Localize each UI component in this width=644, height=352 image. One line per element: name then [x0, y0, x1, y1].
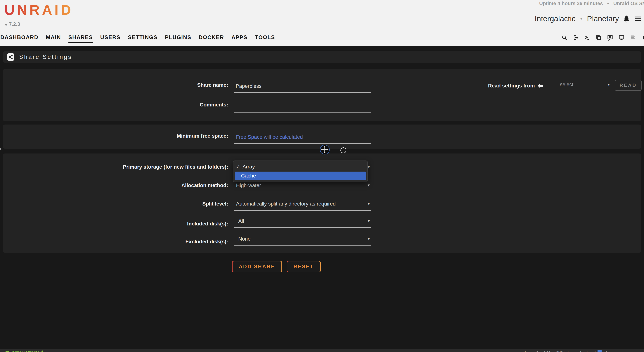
- content-area: Share Settings Share name: Comments: Rea…: [0, 46, 644, 349]
- check-icon: ✓: [236, 164, 240, 170]
- footer-brand-icon: [598, 350, 602, 352]
- read-settings-select[interactable]: select... ▼: [558, 80, 612, 90]
- share-icon[interactable]: [7, 53, 14, 61]
- nav-apps[interactable]: APPS: [232, 34, 248, 42]
- nav-docker[interactable]: DOCKER: [198, 34, 224, 42]
- min-free-space-label: Minimum free space:: [177, 133, 228, 139]
- separator-dot: •: [607, 1, 609, 6]
- server-identity: Intergalactic • Planetary: [535, 14, 642, 23]
- help-icon[interactable]: [642, 35, 644, 40]
- field-underline: [234, 227, 371, 228]
- version-number: 7.2.3: [9, 22, 20, 27]
- version-icon: ●: [5, 22, 8, 26]
- excluded-disks-select[interactable]: None: [238, 236, 251, 242]
- terminal-icon[interactable]: [584, 35, 590, 40]
- notifications-bell-icon[interactable]: [622, 15, 630, 23]
- nav-items: DASHBOARD MAIN SHARES USERS SETTINGS PLU…: [0, 34, 275, 43]
- move-cursor-icon: [320, 144, 330, 155]
- allocation-method-label: Allocation method:: [181, 182, 228, 188]
- logout-icon[interactable]: [573, 35, 579, 40]
- excluded-disks-label: Excluded disk(s):: [185, 239, 228, 245]
- server-profile: Planetary: [587, 14, 619, 23]
- uptime-text: Uptime 4 hours 36 minutes: [539, 1, 603, 6]
- comments-input[interactable]: [234, 101, 371, 112]
- nav-settings[interactable]: SETTINGS: [128, 34, 158, 42]
- footer-bar: Array Started Unraid/webGui 2025 Lime Te…: [0, 349, 644, 352]
- click-ring-indicator: [340, 148, 346, 153]
- split-level-label: Split level:: [202, 201, 228, 207]
- chevron-down-icon: ▼: [607, 83, 610, 87]
- nav-utility-icons: [562, 35, 644, 40]
- nav-tools[interactable]: TOOLS: [255, 34, 275, 42]
- min-free-space-input[interactable]: [234, 132, 371, 144]
- arrow-left-icon: [538, 84, 543, 88]
- read-settings-label: Read settings from: [488, 83, 543, 89]
- unraid-logo[interactable]: UNRAID: [4, 2, 74, 18]
- copy-icon[interactable]: [596, 35, 602, 40]
- dropdown-option-array[interactable]: ✓ Array: [236, 164, 255, 170]
- array-status[interactable]: Array Started: [5, 350, 43, 352]
- separator-dot: •: [580, 16, 582, 22]
- included-disks-select[interactable]: All: [238, 218, 244, 224]
- log-icon[interactable]: [630, 35, 636, 40]
- nav-plugins[interactable]: PLUGINS: [165, 34, 191, 42]
- reset-button[interactable]: RESET: [287, 261, 321, 272]
- search-icon[interactable]: [562, 35, 567, 40]
- field-underline: [234, 192, 371, 192]
- panel-storage-settings: Primary storage (for new files and folde…: [3, 154, 641, 253]
- field-underline: [234, 210, 371, 211]
- read-button[interactable]: READ: [615, 80, 642, 91]
- split-level-select[interactable]: Automatically split any directory as req…: [236, 201, 336, 207]
- server-name[interactable]: Intergalactic: [535, 14, 576, 23]
- version-label: ● 7.2.3: [5, 22, 20, 27]
- field-underline: [234, 245, 371, 246]
- main-nav: DASHBOARD MAIN SHARES USERS SETTINGS PLU…: [0, 34, 644, 46]
- chevron-down-icon: ▼: [367, 237, 370, 241]
- monitor-icon[interactable]: [618, 35, 624, 40]
- chevron-down-icon: ▼: [367, 219, 370, 223]
- primary-storage-dropdown: ✓ Array Cache: [233, 160, 368, 182]
- primary-storage-label: Primary storage (for new files and folde…: [123, 164, 228, 170]
- page-titlebar: Share Settings: [3, 51, 641, 63]
- uptime-status: Uptime 4 hours 36 minutes • Unraid OS St…: [539, 1, 644, 6]
- panel-share-identity: Share name: Comments: Read settings from…: [3, 69, 641, 121]
- add-share-button[interactable]: ADD SHARE: [232, 261, 282, 272]
- read-settings-select-value: select...: [560, 82, 578, 88]
- dropdown-option-cache[interactable]: Cache: [235, 172, 366, 180]
- status-green-icon: [5, 351, 9, 352]
- allocation-method-select[interactable]: High-water: [236, 182, 261, 188]
- page-title: Share Settings: [19, 54, 72, 60]
- comments-label: Comments:: [200, 102, 228, 108]
- array-status-text: Array Started: [12, 350, 43, 352]
- share-name-input[interactable]: [234, 81, 371, 93]
- feedback-icon[interactable]: [607, 35, 613, 40]
- chevron-down-icon: ▼: [367, 184, 370, 188]
- chevron-down-icon: ▼: [367, 202, 370, 206]
- share-name-label: Share name:: [197, 82, 228, 88]
- included-disks-label: Included disk(s):: [187, 221, 228, 227]
- os-edition: Unraid OS Starter: [613, 1, 644, 6]
- nav-users[interactable]: USERS: [100, 34, 120, 42]
- hamburger-menu-icon[interactable]: [634, 15, 642, 22]
- nav-main[interactable]: MAIN: [46, 34, 61, 42]
- unraid-app: UNRAID ● 7.2.3 Uptime 4 hours 36 minutes…: [0, 0, 644, 352]
- nav-shares[interactable]: SHARES: [68, 34, 93, 43]
- action-buttons: ADD SHARE RESET: [232, 261, 321, 272]
- nav-dashboard[interactable]: DASHBOARD: [0, 34, 38, 42]
